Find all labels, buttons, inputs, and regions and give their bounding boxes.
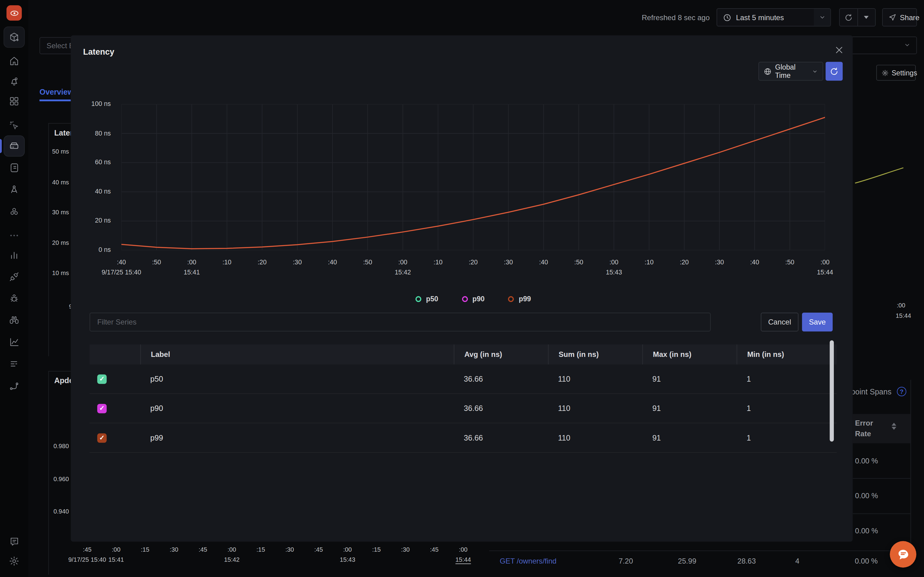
error-rate-header-label: Error Rate [855,418,885,439]
column-header-3[interactable]: Max (in ns) [642,344,737,364]
legend-item-p50[interactable]: p50 [415,295,438,303]
pipelines-lines-icon[interactable] [9,358,19,369]
time-range-select[interactable]: Last 5 minutes [717,8,831,27]
services-drive-icon[interactable] [9,141,19,152]
dashboards-grid-icon[interactable] [9,96,19,106]
help-glyph: ? [900,388,903,395]
y-axis-tick-label: 80 ns [95,129,111,137]
signoz-logo-icon[interactable] [6,5,22,21]
integrations-plug-icon[interactable] [9,271,19,282]
bg-card-border [48,371,49,575]
series-sum: 110 [548,424,643,453]
help-chat-icon[interactable] [9,537,19,547]
bg-apdex-ytick: 0.980 [41,442,69,449]
bg-x-tick: :45 [430,546,438,553]
legend-item-p90[interactable]: p90 [462,295,485,303]
series-label: p50 [140,364,454,393]
refresh-icon [830,67,838,76]
bg-x-tick: :15 [141,546,149,553]
table-row: ✓p5036.66110911 [89,364,837,394]
series-checkbox[interactable]: ✓ [97,374,107,384]
bg-x-date: 9/17/25 15:40 [68,556,106,563]
x-axis-tick-label: :20 [258,259,267,266]
package-plus-icon[interactable] [9,32,19,42]
series-max: 91 [642,394,737,422]
column-header-2[interactable]: Sum (in ns) [548,344,643,364]
modal-refresh-button[interactable] [825,62,843,81]
legend-ring-icon [462,296,467,302]
header-checkbox-cell [89,344,140,364]
settings-label: Settings [892,69,917,77]
close-icon[interactable] [835,45,845,56]
y-axis-tick-label: 20 ns [95,217,111,224]
charts-area-icon[interactable] [9,337,19,347]
x-axis-tick-label: :10 [645,259,654,266]
x-axis-date-label: 15:42 [395,268,411,276]
series-avg: 36.66 [454,364,548,393]
globe-icon [764,67,772,76]
series-table: LabelAvg (in ns)Sum (in ns)Max (in ns)Mi… [89,344,837,453]
series-sum: 110 [548,364,643,393]
refresh-icon[interactable] [840,9,858,26]
column-header-0[interactable]: Label [140,344,454,364]
sort-arrows-icon[interactable] [892,423,896,430]
latency-line-chart[interactable] [121,104,825,250]
support-chat-fab[interactable] [890,541,916,567]
tab-overview[interactable]: Overview [39,88,74,97]
filter-series-input[interactable] [89,313,711,332]
x-axis-tick-label: :30 [293,259,302,266]
legend-ring-icon [415,296,422,302]
table-body: ✓p5036.66110911✓p9036.66110911✓p9936.661… [89,364,837,453]
service-map-route-icon[interactable] [9,381,19,392]
infra-cubes-icon[interactable] [9,207,19,218]
error-rate-value: 0.00 % [855,527,878,535]
series-sum: 110 [548,394,643,422]
x-axis-tick-label: :20 [469,259,478,266]
share-button[interactable]: Share [882,8,917,27]
endpoint-metric-value: 4 [795,557,799,565]
bg-x-tick: :30 [401,546,410,553]
x-axis-date-label: 15:43 [606,268,622,276]
chart-legend: p50p90p99 [121,295,825,303]
metrics-bars-icon[interactable] [9,250,19,260]
table-row: ✓p9036.66110911 [89,394,837,423]
notifications-bell-icon[interactable] [9,76,19,87]
home-icon[interactable] [9,56,19,66]
table-scrollbar[interactable] [830,340,834,442]
cancel-button[interactable]: Cancel [761,313,798,332]
bg-latency-ytick: 50 ms [41,148,69,155]
series-checkbox[interactable]: ✓ [97,433,107,442]
logs-scroll-icon[interactable] [9,163,19,173]
more-ellipsis-icon[interactable] [9,230,19,241]
global-time-select[interactable]: Global Time [758,62,823,81]
exceptions-bug-icon[interactable] [9,293,19,304]
save-button[interactable]: Save [802,313,833,332]
table-row: ✓p9936.66110911 [89,424,837,453]
refreshed-status: Refreshed 8 sec ago [642,13,709,22]
legend-label: p50 [426,295,438,303]
y-axis-tick-label: 100 ns [91,100,111,107]
series-max: 91 [642,424,737,453]
x-axis-tick-label: :40 [117,259,126,266]
error-rate-header-cell[interactable]: Error Rate [853,414,911,443]
app-root: Refreshed 8 sec ago Last 5 minutes Share… [0,0,924,577]
bg-latency-ytick: 20 ms [41,239,69,246]
endpoint-link[interactable]: GET /owners/find [499,557,556,565]
column-header-4[interactable]: Min (in ns) [737,344,837,364]
explorer-binoculars-icon[interactable] [9,315,19,326]
series-checkbox[interactable]: ✓ [97,404,107,413]
traces-compass-icon[interactable] [9,184,19,195]
help-circle-icon[interactable]: ? [897,387,906,396]
refresh-caret-icon[interactable] [858,9,875,26]
bg-x-date: 15:43 [340,556,355,563]
y-axis-tick-label: 0 ns [99,246,111,253]
x-axis-tick-label: :50 [152,259,162,266]
series-min: 1 [737,364,837,393]
settings-button[interactable]: Settings [876,65,916,81]
bg-right-axis-date: 15:44 [896,312,911,319]
click-cursor-icon[interactable] [9,120,19,131]
column-header-1[interactable]: Avg (in ns) [454,344,548,364]
legend-item-p99[interactable]: p99 [508,295,531,303]
clock-icon [717,9,736,26]
series-label: p99 [140,424,454,453]
